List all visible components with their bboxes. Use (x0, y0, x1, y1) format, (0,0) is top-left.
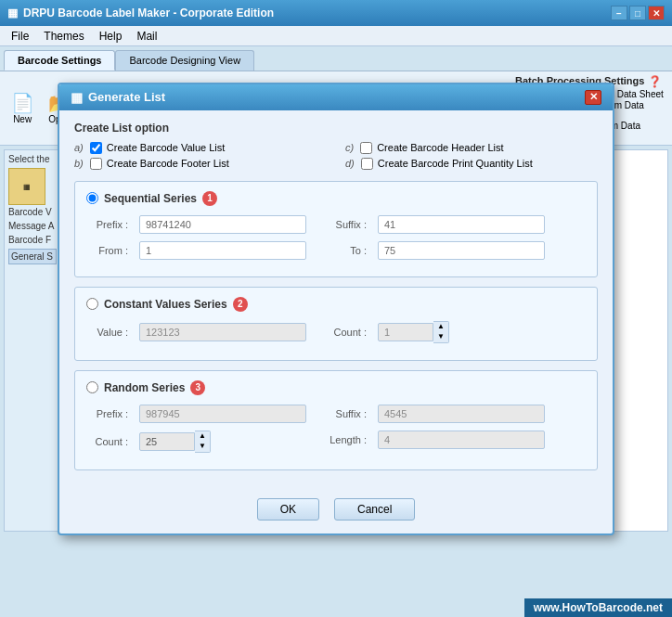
option-a-checkbox[interactable] (90, 142, 102, 154)
option-row-d: d) Create Barcode Print Quantity List (345, 158, 598, 170)
random-suffix-label: Suffix : (325, 408, 367, 419)
constant-count-row: Count : ▲ ▼ (325, 321, 449, 343)
option-b-label: Create Barcode Footer List (107, 158, 229, 169)
sequential-to-input[interactable] (378, 241, 545, 260)
constant-value-input (139, 323, 306, 341)
sequential-suffix-row: Suffix : (325, 215, 545, 234)
random-prefix-label: Prefix : (86, 408, 128, 419)
option-row-b: b) Create Barcode Footer List (74, 158, 327, 170)
random-count-up[interactable]: ▲ (195, 431, 210, 442)
option-d-key: d) (345, 158, 355, 169)
option-a-key: a) (74, 142, 84, 153)
constant-num: 2 (233, 297, 248, 312)
modal-title-bar: ▦ Generate List ✕ (59, 84, 613, 110)
modal-body: Create List option a) Create Barcode Val… (59, 110, 613, 491)
sequential-suffix-label: Suffix : (325, 219, 367, 230)
random-fields: Prefix : Count : ▲ ▼ (86, 405, 586, 460)
constant-count-label: Count : (325, 327, 367, 338)
option-row-c: c) Create Barcode Header List (345, 142, 598, 154)
sequential-to-row: To : (325, 241, 545, 260)
option-row-a: a) Create Barcode Value List (74, 142, 327, 154)
random-count-row: Count : ▲ ▼ (86, 431, 306, 453)
create-list-section-title: Create List option (74, 122, 598, 135)
constant-value-label: Value : (86, 327, 128, 338)
constant-value-row: Value : (86, 321, 306, 343)
constant-count-spinner[interactable]: ▲ ▼ (378, 321, 449, 343)
sequential-suffix-input[interactable] (378, 215, 545, 234)
random-prefix-input (139, 405, 306, 423)
random-count-spinner[interactable]: ▲ ▼ (139, 431, 211, 453)
option-b-key: b) (74, 158, 84, 169)
option-c-key: c) (345, 142, 354, 153)
constant-fields: Value : Count : ▲ ▼ (86, 321, 586, 351)
constant-series-section: Constant Values Series 2 Value : Count : (74, 287, 598, 361)
random-length-label: Length : (325, 434, 367, 445)
sequential-title: Sequential Series (104, 192, 197, 205)
option-c-checkbox[interactable] (360, 142, 372, 154)
sequential-from-label: From : (86, 245, 128, 256)
modal-footer: OK Cancel (59, 491, 613, 533)
constant-count-up[interactable]: ▲ (433, 322, 448, 332)
sequential-radio[interactable] (86, 192, 98, 204)
option-c-label: Create Barcode Header List (377, 142, 503, 153)
sequential-fields: Prefix : From : Suffix : (86, 215, 586, 267)
constant-header: Constant Values Series 2 (86, 297, 586, 312)
constant-count-down[interactable]: ▼ (433, 332, 448, 342)
random-length-input (378, 431, 545, 449)
random-prefix-row: Prefix : (86, 405, 306, 423)
watermark: www.HowToBarcode.net (524, 598, 672, 617)
constant-title: Constant Values Series (104, 298, 227, 311)
random-count-label: Count : (86, 436, 128, 447)
modal-close-button[interactable]: ✕ (585, 90, 601, 105)
sequential-prefix-row: Prefix : (86, 215, 306, 234)
modal-overlay: ▦ Generate List ✕ Create List option a) … (0, 0, 672, 617)
barcode-title-icon: ▦ (71, 90, 83, 105)
option-a-label: Create Barcode Value List (107, 142, 226, 153)
sequential-prefix-label: Prefix : (86, 219, 128, 230)
random-suffix-row: Suffix : (325, 405, 545, 423)
options-grid: a) Create Barcode Value List c) Create B… (74, 142, 598, 170)
constant-radio[interactable] (86, 298, 98, 310)
modal-title: Generate List (88, 90, 165, 104)
random-title: Random Series (104, 381, 185, 394)
cancel-button[interactable]: Cancel (334, 498, 415, 521)
option-d-checkbox[interactable] (361, 158, 373, 170)
ok-button[interactable]: OK (257, 498, 319, 521)
random-length-row: Length : (325, 431, 545, 449)
random-count-input[interactable] (139, 432, 195, 451)
random-header: Random Series 3 (86, 380, 586, 395)
sequential-header: Sequential Series 1 (86, 191, 586, 206)
sequential-from-row: From : (86, 241, 306, 260)
option-b-checkbox[interactable] (90, 158, 102, 170)
sequential-series-section: Sequential Series 1 Prefix : From : (74, 181, 598, 277)
sequential-to-label: To : (325, 245, 367, 256)
random-radio[interactable] (86, 381, 98, 393)
generate-list-modal: ▦ Generate List ✕ Create List option a) … (58, 83, 614, 535)
option-d-label: Create Barcode Print Quantity List (378, 158, 533, 169)
sequential-num: 1 (202, 191, 217, 206)
sequential-prefix-input[interactable] (139, 215, 306, 234)
random-num: 3 (190, 380, 205, 395)
random-suffix-input (378, 405, 545, 423)
random-count-down[interactable]: ▼ (195, 442, 210, 452)
random-series-section: Random Series 3 Prefix : Count : (74, 370, 598, 470)
constant-count-input[interactable] (378, 323, 433, 341)
sequential-from-input[interactable] (139, 241, 306, 260)
